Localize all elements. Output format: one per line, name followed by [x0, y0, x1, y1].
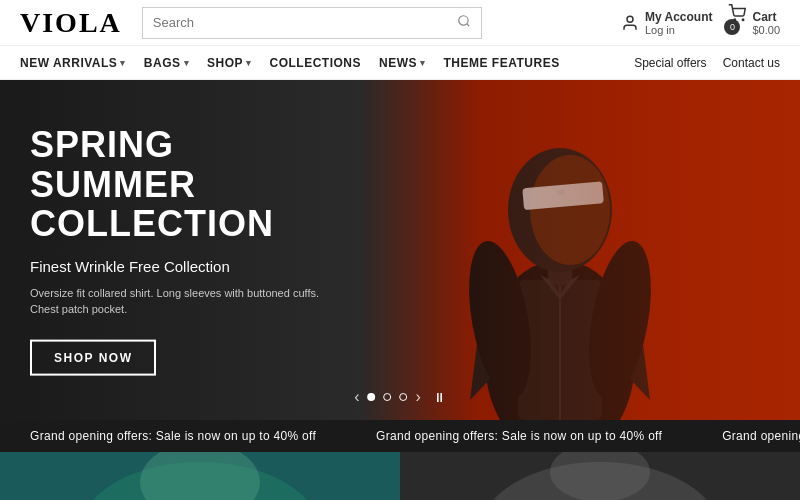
account-sub[interactable]: Log in [645, 24, 713, 36]
header-right: My Account Log in 0 Cart $0.00 [621, 4, 780, 41]
nav-item-news[interactable]: NEWS ▾ [379, 56, 426, 70]
svg-line-1 [467, 24, 470, 27]
bottom-strip-right[interactable] [400, 452, 800, 500]
ticker-item-1: Grand opening offers: Sale is now on up … [0, 429, 346, 443]
nav-contact-us[interactable]: Contact us [723, 56, 780, 70]
slider-dot-1[interactable] [368, 393, 376, 401]
shop-now-button[interactable]: SHOP NOW [30, 339, 156, 375]
nav-item-shop[interactable]: SHOP ▾ [207, 56, 252, 70]
nav-right: Special offers Contact us [634, 56, 780, 70]
chevron-down-icon: ▾ [184, 58, 190, 68]
bottom-strip-left[interactable] [0, 452, 400, 500]
ticker-inner: Grand opening offers: Sale is now on up … [0, 429, 800, 443]
nav-item-new-arrivals[interactable]: NEW ARRIVALS ▾ [20, 56, 126, 70]
search-input[interactable] [153, 15, 457, 30]
slider-prev-button[interactable]: ‹ [354, 388, 359, 406]
hero-description: Oversize fit collared shirt. Long sleeve… [30, 284, 350, 317]
hero-person [360, 80, 720, 420]
svg-point-23 [550, 452, 650, 500]
cart-total: $0.00 [752, 24, 780, 36]
slider-controls: ‹ › ⏸ [354, 388, 446, 406]
slider-dot-3[interactable] [400, 393, 408, 401]
search-bar [142, 7, 482, 39]
header: VIOLA My Account Log in [0, 0, 800, 46]
svg-point-2 [627, 16, 633, 22]
chevron-down-icon: ▾ [246, 58, 252, 68]
chevron-down-icon: ▾ [120, 58, 126, 68]
user-icon [621, 14, 639, 32]
slider-pause-button[interactable]: ⏸ [433, 390, 446, 405]
brand-logo[interactable]: VIOLA [20, 7, 122, 39]
chevron-down-icon: ▾ [420, 58, 426, 68]
svg-point-0 [459, 16, 468, 25]
ticker-item-3: Grand opening offers: Sale is now on up … [692, 429, 800, 443]
nav-item-theme-features[interactable]: THEME FEATURES [444, 56, 560, 70]
svg-rect-12 [557, 190, 565, 195]
hero-subtitle: Finest Wrinkle Free Collection [30, 257, 350, 274]
account-area[interactable]: My Account Log in [621, 10, 713, 36]
ticker-bar: Grand opening offers: Sale is now on up … [0, 420, 800, 452]
nav-special-offers[interactable]: Special offers [634, 56, 707, 70]
hero-title: SPRING SUMMER COLLECTION [30, 125, 350, 244]
hero-content: SPRING SUMMER COLLECTION Finest Wrinkle … [30, 125, 350, 376]
svg-point-10 [530, 155, 610, 265]
nav-left: NEW ARRIVALS ▾ BAGS ▾ SHOP ▾ COLLECTIONS… [20, 56, 634, 70]
nav-item-collections[interactable]: COLLECTIONS [270, 56, 362, 70]
nav-item-bags[interactable]: BAGS ▾ [144, 56, 189, 70]
slider-dot-2[interactable] [384, 393, 392, 401]
main-nav: NEW ARRIVALS ▾ BAGS ▾ SHOP ▾ COLLECTIONS… [0, 46, 800, 80]
cart-label: Cart [752, 10, 780, 24]
cart-area[interactable]: 0 Cart $0.00 [728, 4, 780, 41]
slider-next-button[interactable]: › [416, 388, 421, 406]
hero-section: SPRING SUMMER COLLECTION Finest Wrinkle … [0, 80, 800, 420]
account-label: My Account [645, 10, 713, 24]
cart-count: 0 [724, 19, 740, 35]
bottom-image-right [400, 452, 800, 500]
svg-point-20 [140, 452, 260, 500]
bottom-strip [0, 452, 800, 500]
search-icon[interactable] [457, 14, 471, 31]
bottom-image-left [0, 452, 400, 500]
svg-point-4 [743, 19, 745, 21]
ticker-item-2: Grand opening offers: Sale is now on up … [346, 429, 692, 443]
